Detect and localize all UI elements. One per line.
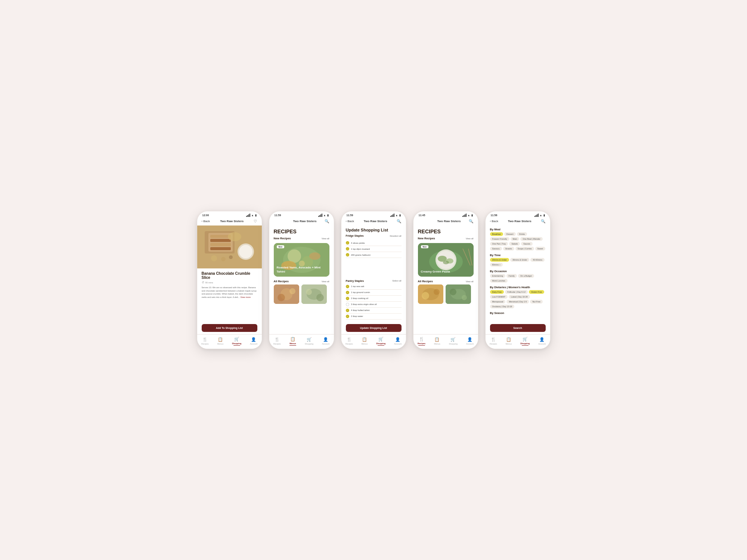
tag-freezer-friendly[interactable]: Freezer Friendly — [490, 237, 509, 241]
tag-20mins[interactable]: 20mins & Under — [490, 258, 509, 262]
checkbox-pantry-1[interactable]: ✓ — [346, 285, 349, 288]
tag-one-bowl[interactable]: One Bowl | Blender — [520, 237, 542, 241]
checkbox-fridge-2[interactable]: ✓ — [346, 247, 349, 251]
tab-menus-5[interactable]: 📋 Menus — [506, 337, 512, 345]
update-shopping-list-button[interactable]: Update Shopping List — [346, 324, 402, 332]
tab-shopping-3[interactable]: 🛒 Shopping — [376, 337, 385, 346]
tab-menus-4[interactable]: 📋 Menus — [434, 337, 440, 345]
by-season-title: By Season — [490, 311, 546, 315]
recipe-thumb-2-4[interactable] — [446, 284, 471, 304]
tag-snacks[interactable]: Snacks — [503, 247, 514, 251]
tab-account-4[interactable]: 👤 Account — [466, 337, 474, 345]
pantry-item-5[interactable]: ✓ 4 tbsp hulled tahini — [346, 308, 402, 314]
tag-30mins[interactable]: 30mins & Under — [510, 258, 529, 262]
all-recipes-row-4: All Recipes View all — [418, 280, 474, 283]
tag-work-lunches[interactable]: Work Lunches — [490, 279, 508, 283]
recipe-thumb-1-4[interactable] — [418, 284, 443, 304]
back-button-3[interactable]: ‹ Back — [346, 220, 354, 223]
tab-account-5[interactable]: 👤 Account — [538, 337, 546, 345]
back-button-1[interactable]: ‹ Back — [202, 220, 210, 223]
tab-menus-3[interactable]: 📋 Menus — [362, 337, 368, 345]
tag-dairy-free[interactable]: Dairy Free — [490, 290, 504, 294]
tab-shopping-5[interactable]: 🛒 Shopping — [520, 337, 530, 346]
search-icon-2[interactable]: 🔍 — [325, 219, 329, 223]
tag-40-60mins[interactable]: 40-60mins — [530, 258, 545, 262]
fridge-item-1[interactable]: ✓ 4 slices pickle — [346, 240, 402, 246]
tag-nut-free[interactable]: Nut Free — [530, 300, 542, 304]
checkbox-pantry-5[interactable]: ✓ — [346, 309, 349, 312]
checkbox-pantry-2[interactable]: ✓ — [346, 291, 349, 294]
view-all-new-4[interactable]: View all — [466, 237, 474, 240]
tab-shopping-2[interactable]: 🛒 Shopping — [305, 337, 313, 345]
checkbox-pantry-3[interactable]: ✓ — [346, 297, 349, 300]
back-button-5[interactable]: ‹ Back — [490, 220, 498, 223]
checkbox-pantry-4[interactable] — [346, 303, 349, 306]
tab-account-2[interactable]: 👤 Account — [322, 337, 329, 345]
status-bar-2: 11:59 ▲ ▮ — [269, 211, 334, 218]
tab-recipes-4[interactable]: 🍴 Recipes — [418, 337, 425, 346]
screen-1-content: Banana Chocolate Crumble Slice ⏱ 55 mins… — [197, 225, 262, 334]
featured-card-4[interactable]: New Creamy Green Pasta — [418, 243, 474, 277]
tab-recipes-2[interactable]: 🍴 Recipes — [273, 337, 281, 345]
tab-recipes-5[interactable]: 🍴 Recipes — [490, 337, 497, 345]
tag-luteal[interactable]: Luteal | Day 19-28 — [509, 295, 530, 299]
battery-icon-4: ▮ — [471, 214, 473, 217]
add-to-shopping-list-button[interactable]: Add To Shopping List — [202, 324, 257, 332]
fridge-section-row: Fridge Staples Deselect all — [346, 234, 402, 237]
checkbox-fridge-3[interactable]: ✓ — [346, 253, 349, 256]
tag-sauces[interactable]: Sauces — [521, 242, 532, 246]
tag-dessert[interactable]: Dessert — [504, 232, 516, 236]
tag-family[interactable]: Family — [506, 274, 517, 278]
recipe-thumb-1-2[interactable] — [274, 284, 299, 304]
pantry-item-1[interactable]: ✓ 1 tsp sea salt — [346, 284, 402, 290]
select-all-btn[interactable]: Select all — [392, 280, 401, 282]
recipe-thumb-2-2[interactable] — [301, 284, 327, 304]
tag-salads[interactable]: Salads — [509, 242, 520, 246]
tag-60mins[interactable]: 60mins + — [490, 263, 503, 267]
tab-recipes-3[interactable]: 🍴 Recipes — [345, 337, 353, 345]
by-occasion-title: By Occasion — [490, 270, 546, 273]
tab-shopping-4[interactable]: 🛒 Shopping — [449, 337, 458, 345]
search-icon-4[interactable]: 🔍 — [469, 219, 473, 223]
tag-menstrual[interactable]: Menstrual | Day 1-5 — [506, 300, 529, 304]
pantry-item-6[interactable]: ✓ 2 tbsp water — [346, 314, 402, 320]
pantry-item-4[interactable]: 3 tbsp extra virgin olive oil — [346, 302, 402, 308]
tag-one-pan[interactable]: One Pan | Tray — [490, 242, 508, 246]
tab-recipes-1[interactable]: 🍴 Recipes — [201, 337, 209, 345]
tag-low-fodmap[interactable]: Low FODMAP — [490, 295, 508, 299]
search-icon-5[interactable]: 🔍 — [541, 219, 545, 223]
view-more-link-1[interactable]: View more — [241, 296, 251, 298]
deselect-all-btn[interactable]: Deselect all — [390, 235, 401, 237]
tag-breakfast[interactable]: Breakfast — [490, 232, 503, 236]
tag-ovulatory[interactable]: Ovulatory | Day 13-18 — [490, 305, 514, 308]
tag-savoury[interactable]: Savoury — [490, 247, 502, 251]
checkbox-pantry-6[interactable]: ✓ — [346, 315, 349, 318]
search-icon-3[interactable]: 🔍 — [397, 219, 401, 223]
tab-account-3[interactable]: 👤 Account — [394, 337, 402, 345]
view-all-2[interactable]: View all — [322, 280, 329, 283]
tab-menus-2[interactable]: 📋 Menus — [289, 337, 296, 346]
tag-sweet[interactable]: Sweet — [535, 247, 545, 251]
tab-menus-1[interactable]: 📋 Menus — [217, 337, 224, 345]
tag-menopausal[interactable]: Menopausal — [490, 300, 506, 304]
fridge-item-3[interactable]: ✓ 200 grams halloumi — [346, 252, 402, 258]
fridge-item-2[interactable]: ✓ 1 tsp dijon mustard — [346, 246, 402, 252]
view-all-4[interactable]: View all — [466, 280, 474, 283]
tag-follicular[interactable]: Follicular | Day 6-12 — [505, 290, 528, 294]
checkbox-fridge-1[interactable]: ✓ — [346, 241, 349, 245]
tab-menus-label-1: Menus — [217, 343, 224, 345]
tag-gluten-free[interactable]: Gluten Free — [529, 290, 544, 294]
tag-soups[interactable]: Soups | Curries — [515, 247, 534, 251]
tag-budget[interactable]: On a Budget — [518, 274, 534, 278]
pantry-item-3[interactable]: ✓ 2 tbsp cooking oil — [346, 296, 402, 302]
tab-shopping-1[interactable]: 🛒 Shopping — [232, 337, 241, 346]
featured-card-2[interactable]: New Roasted Yams, Avocado + Mint Tahini — [274, 243, 329, 277]
pantry-item-2[interactable]: ✓ 1 tsp ground cumin — [346, 290, 402, 296]
tab-account-1[interactable]: 👤 Account — [250, 337, 257, 345]
heart-icon-1[interactable]: ♡ — [254, 219, 257, 223]
search-button[interactable]: Search — [490, 324, 546, 332]
view-all-new-2[interactable]: View all — [322, 237, 329, 240]
tag-main[interactable]: Main — [511, 237, 520, 241]
tag-drinks[interactable]: Drinks — [517, 232, 527, 236]
tag-entertaining[interactable]: Entertaining — [490, 274, 505, 278]
